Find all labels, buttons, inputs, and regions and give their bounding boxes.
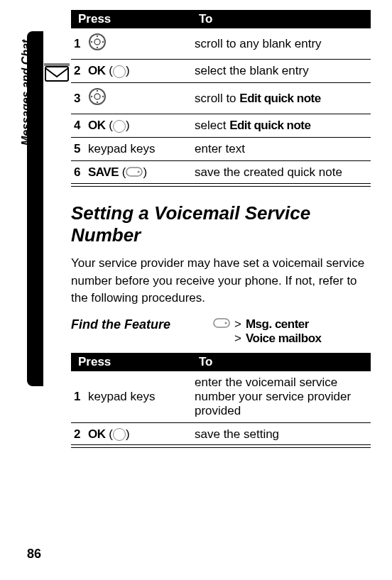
table-row: 4 OK () select Edit quick note bbox=[71, 114, 371, 138]
table-row: 2 OK () save the setting bbox=[71, 422, 371, 444]
step-number: 3 bbox=[71, 83, 85, 114]
action-text: scroll to bbox=[195, 92, 239, 105]
action-cell: enter text bbox=[192, 138, 371, 161]
gt-symbol: > bbox=[234, 317, 241, 332]
soft-key-icon bbox=[213, 317, 230, 332]
press-cell bbox=[85, 83, 192, 114]
svg-point-5 bbox=[91, 41, 92, 43]
feature-path: > Msg. center > Voice mailbox bbox=[213, 317, 371, 346]
nav-key-icon bbox=[88, 33, 107, 55]
svg-rect-15 bbox=[214, 319, 229, 327]
key-text: keypad keys bbox=[88, 390, 156, 403]
action-cell: select the blank entry bbox=[192, 60, 371, 83]
table-row: 3 scroll to Edit quick note bbox=[71, 83, 371, 114]
key-text: keypad keys bbox=[88, 142, 156, 155]
gt-symbol: > bbox=[234, 332, 241, 346]
action-text: enter text bbox=[195, 142, 245, 155]
soft-key-icon bbox=[126, 166, 143, 180]
table-header-row: Press To bbox=[71, 10, 371, 28]
circle-key-icon bbox=[113, 65, 126, 78]
menu-item: Msg. center bbox=[246, 317, 309, 332]
section-body: Your service provider may have set a voi… bbox=[71, 255, 371, 307]
step-number: 1 bbox=[71, 371, 85, 423]
step-number: 4 bbox=[71, 114, 85, 138]
feature-label: Find the Feature bbox=[71, 317, 213, 346]
table-end-rule bbox=[71, 183, 371, 186]
table-row: 5 keypad keys enter text bbox=[71, 138, 371, 161]
header-to: To bbox=[192, 353, 371, 371]
action-cell: save the created quick note bbox=[192, 161, 371, 184]
step-number: 6 bbox=[71, 161, 85, 184]
steps-table-2: Press To 1 keypad keys enter the voicema… bbox=[71, 353, 371, 448]
action-bold: Edit quick note bbox=[229, 119, 310, 132]
press-cell bbox=[85, 28, 192, 60]
svg-point-12 bbox=[102, 96, 104, 97]
action-text: select bbox=[195, 119, 229, 132]
action-text: select the blank entry bbox=[195, 64, 309, 77]
press-cell: keypad keys bbox=[85, 371, 192, 423]
header-press: Press bbox=[71, 10, 192, 28]
step-number: 2 bbox=[71, 422, 85, 444]
action-cell: select Edit quick note bbox=[192, 114, 371, 138]
action-cell: scroll to Edit quick note bbox=[192, 83, 371, 114]
svg-rect-0 bbox=[45, 67, 68, 81]
svg-point-6 bbox=[102, 41, 104, 43]
header-press: Press bbox=[71, 353, 192, 371]
step-number: 1 bbox=[71, 28, 85, 60]
menu-item: Voice mailbox bbox=[246, 332, 322, 346]
press-cell: OK () bbox=[85, 60, 192, 83]
svg-point-3 bbox=[97, 35, 98, 37]
action-text: enter the voicemail service number your … bbox=[195, 376, 351, 417]
action-bold: Edit quick note bbox=[239, 92, 320, 105]
svg-point-10 bbox=[97, 102, 98, 103]
svg-point-16 bbox=[225, 322, 227, 324]
key-label: OK bbox=[88, 64, 106, 77]
key-label: OK bbox=[88, 427, 106, 441]
action-cell: enter the voicemail service number your … bbox=[192, 371, 371, 423]
header-to: To bbox=[192, 10, 371, 28]
table-row: 1 scroll to any blank entry bbox=[71, 28, 371, 60]
envelope-icon bbox=[44, 61, 70, 87]
svg-point-11 bbox=[91, 96, 92, 97]
circle-key-icon bbox=[113, 120, 126, 133]
table-header-row: Press To bbox=[71, 353, 371, 371]
table-end-rule bbox=[71, 444, 371, 447]
action-cell: scroll to any blank entry bbox=[192, 28, 371, 60]
action-text: save the setting bbox=[195, 427, 279, 441]
press-cell: OK () bbox=[85, 114, 192, 138]
svg-point-8 bbox=[94, 94, 100, 99]
step-number: 5 bbox=[71, 138, 85, 161]
key-label: OK bbox=[88, 119, 106, 132]
circle-key-icon bbox=[113, 428, 126, 441]
press-cell: OK () bbox=[85, 422, 192, 444]
press-cell: keypad keys bbox=[85, 138, 192, 161]
svg-rect-13 bbox=[126, 168, 142, 176]
press-cell: SAVE () bbox=[85, 161, 192, 184]
table-row: 2 OK () select the blank entry bbox=[71, 60, 371, 83]
step-number: 2 bbox=[71, 60, 85, 83]
section-title: Setting a Voicemail Service Number bbox=[71, 202, 371, 246]
steps-table-1: Press To 1 scroll to any blank entry 2 O… bbox=[71, 10, 371, 187]
svg-point-4 bbox=[97, 47, 98, 48]
svg-point-9 bbox=[97, 90, 98, 92]
action-text: save the created quick note bbox=[195, 165, 342, 179]
side-tab-label: Messages and Chat bbox=[20, 40, 33, 146]
key-label: SAVE bbox=[88, 165, 119, 179]
svg-point-2 bbox=[94, 39, 100, 45]
svg-point-14 bbox=[138, 170, 140, 173]
nav-key-icon bbox=[88, 87, 107, 109]
action-cell: save the setting bbox=[192, 422, 371, 444]
table-row: 6 SAVE () save the created quick note bbox=[71, 161, 371, 184]
feature-row: Find the Feature > Msg. center > Voice m… bbox=[71, 317, 371, 346]
page-number: 86 bbox=[27, 547, 41, 562]
table-row: 1 keypad keys enter the voicemail servic… bbox=[71, 371, 371, 423]
action-text: scroll to any blank entry bbox=[195, 37, 322, 50]
